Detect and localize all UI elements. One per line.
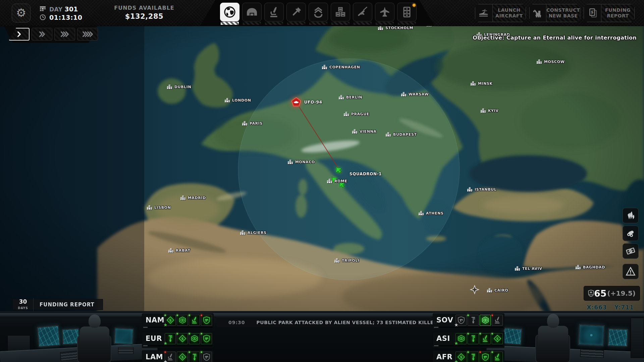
relations-delta: (+19.5) [607,289,636,297]
region-bonus-dollar-tile[interactable]: ★ [455,352,467,362]
region-code: LAM [146,353,165,361]
region-bonus-microscope-tile[interactable]: ★ [165,352,176,362]
status-dot-green [188,351,191,353]
construct-new-base-button[interactable]: CONSTRUCTNEW BASE [529,4,580,22]
ticker-time: 09:30 [228,320,245,325]
time-speed-1-button[interactable] [9,28,30,41]
status-dot-green [467,333,469,335]
region-bonus-caliper-tile[interactable] [468,315,479,326]
time-speed-3-button[interactable] [54,28,75,41]
status-dot-green [491,351,493,353]
chevron-icon [41,31,45,38]
excavator-icon [532,7,544,19]
region-bonus-microscope-tile[interactable] [492,352,503,362]
region-bonus-microscope-tile[interactable] [480,333,491,344]
region-row-afr[interactable]: AFR★ [433,350,504,362]
coord-y: Y:711 [614,304,634,311]
main-nav [220,3,417,25]
funding-report-countdown[interactable]: 30DAYS FUNDING REPORT [12,299,103,310]
region-bonus-dollar-tile[interactable] [177,352,188,362]
region-row-lam[interactable]: LAM★ [142,350,214,362]
region-bonus-shield-tile[interactable] [201,352,212,362]
microscope-icon [191,316,199,324]
region-panels-right: SOV★ASI★AFR★ [433,313,504,362]
resources-cash-button[interactable] [623,243,639,259]
alerts-button[interactable] [623,264,639,279]
funding-bar-label: FUNDING REPORT [34,302,103,308]
region-bonus-caliper-tile[interactable]: ★ [165,333,176,344]
launch-aircraft-icon [478,7,490,19]
funding-report-button[interactable]: FUNDINGREPORT [584,4,635,22]
region-row-eur[interactable]: EUR★ [142,332,214,348]
region-bonus-microscope-tile[interactable] [189,315,200,326]
region-bonus-caliper-tile[interactable] [468,333,479,344]
dollar-icon [178,353,186,361]
status-dot-green [200,351,203,353]
region-panels-left: NAM★EUR★LAM★ [142,313,214,362]
shield-icon [203,316,211,324]
status-dot-green [176,314,178,316]
base-hangar-icon [246,6,258,18]
chevron-icon [65,31,69,38]
ticker-message: PUBLIC PARK ATTACKED BY ALIEN VESSEL; 73… [257,320,440,325]
geoscape-screen: STOCKHOLMHELSINKILENINGRADMOSCOWMINSKKYI… [0,0,644,362]
region-bonus-eye-tile[interactable] [480,315,491,326]
nav-stores-button[interactable] [331,3,350,25]
region-row-sov[interactable]: SOV★ [433,313,504,329]
dollar-report-icon [587,7,598,19]
microscope-icon [481,335,489,343]
caliper-icon [469,353,477,361]
time-speed-2-button[interactable] [32,28,52,41]
region-row-nam[interactable]: NAM★ [142,313,214,329]
funding-days-value: 30 [13,299,33,305]
nav-archive-button[interactable] [397,3,417,25]
region-bonus-microscope-tile[interactable] [492,315,503,326]
ufo-label: UFO-94 [304,100,322,105]
settings-gear-button[interactable]: ⚙ [12,4,31,22]
nav-research-button[interactable] [264,3,284,25]
region-bonus-eye-tile[interactable]: ★ [455,333,467,344]
relations-value: 65 [594,288,607,299]
shield-plus-icon [588,288,594,298]
region-bonus-eye-tile[interactable] [189,333,200,344]
region-row-asi[interactable]: ASI★ [433,332,504,348]
nav-geoscape-button[interactable] [220,3,239,25]
resources-crystal-button[interactable] [623,208,639,223]
nav-personnel-button[interactable] [309,3,328,25]
caliper-icon [469,335,477,343]
clock-icon [40,14,46,20]
action-buttons: LAUNCHAIRCRAFTCONSTRUCTNEW BASEFUNDINGRE… [475,4,635,22]
region-bonus-shield-tile[interactable] [201,333,212,344]
console-cabinet [631,318,644,358]
eye-icon [191,335,199,343]
region-bonus-shield-tile[interactable] [201,315,212,326]
time-speed-4-button[interactable] [77,28,98,41]
status-dot-red [491,314,493,316]
region-bonus-dollar-tile[interactable]: ★ [165,315,176,326]
nav-armory-button[interactable] [353,3,372,25]
shield-icon [481,353,489,361]
launch-aircraft-button[interactable]: LAUNCHAIRCRAFT [475,4,526,22]
region-bonus-shield-tile[interactable]: ★ [455,315,467,326]
status-dot-red [200,314,203,316]
region-progress-bar [143,326,213,328]
shield-icon [203,353,211,361]
eye-icon [481,316,489,324]
region-bonus-caliper-tile[interactable] [189,352,200,362]
relations-indicator: 65 (+19.5) [584,286,640,301]
region-bonus-caliper-tile[interactable] [468,352,479,362]
nav-aircraft-button[interactable] [375,3,394,25]
console-screen [114,327,134,345]
nav-base-button[interactable] [242,3,262,25]
funds-value: $132,285 [101,12,188,20]
nav-engineering-button[interactable] [286,3,306,25]
region-bonus-dollar-tile[interactable] [177,333,188,344]
status-dot-green [164,314,166,316]
funding-days-label: DAYS [18,306,28,310]
region-bonus-dollar-tile[interactable] [492,333,503,344]
region-progress-bar [434,326,503,328]
resources-alloys-button[interactable] [623,226,639,241]
region-bonus-shield-tile[interactable] [480,352,491,362]
region-bonus-eye-tile[interactable] [177,315,188,326]
rank-icon [312,6,324,18]
